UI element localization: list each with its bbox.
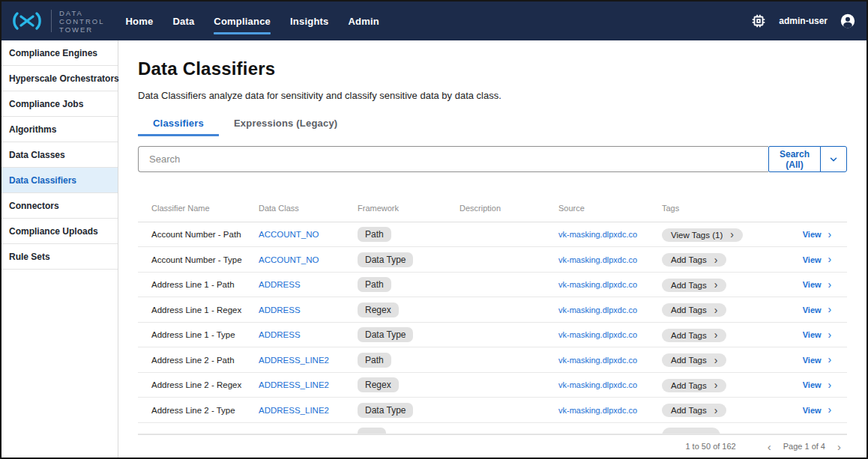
cell-data-class-link[interactable]: ACCOUNT_NO — [259, 255, 358, 264]
sidebar-item-connectors[interactable]: Connectors — [1, 193, 118, 219]
framework-chip: Path — [358, 227, 391, 242]
cell-framework: Regex — [358, 377, 459, 392]
tags-button-label: Add Tags — [671, 406, 707, 415]
row-range-label: 1 to 50 of 162 — [685, 442, 735, 451]
chevron-right-icon[interactable]: › — [836, 443, 843, 451]
table-row: Address Line 1 - RegexADDRESSRegexvk-mas… — [138, 297, 847, 323]
sidebar-item-data-classes[interactable]: Data Classes — [1, 142, 118, 168]
tags-button-label: Add Tags — [671, 381, 707, 390]
page-description: Data Classifiers analyze data for sensit… — [138, 90, 847, 101]
top-navigation: HomeDataComplianceInsightsAdmin — [125, 11, 379, 31]
chevron-right-icon: › — [714, 281, 718, 289]
logo-line: TOWER — [59, 25, 104, 34]
cell-data-class-link[interactable]: ADDRESS — [259, 330, 358, 339]
view-link[interactable]: View› — [803, 356, 832, 365]
view-link-label: View — [803, 356, 822, 365]
search-all-button[interactable]: Search (All) — [768, 146, 821, 172]
sidebar-item-hyperscale-orchestrators[interactable]: Hyperscale Orchestrators — [1, 66, 118, 91]
cell-source-link[interactable]: vk-masking.dlpxdc.co — [558, 330, 662, 339]
view-link[interactable]: View› — [803, 255, 832, 264]
cell-data-class-link[interactable]: ADDRESS_LINE2 — [259, 380, 358, 389]
cell-source-link[interactable]: vk-masking.dlpxdc.co — [558, 230, 662, 239]
tags-button[interactable]: Add Tags› — [662, 253, 726, 267]
framework-chip: Data Type — [358, 252, 413, 267]
view-link[interactable]: View› — [803, 380, 832, 389]
delphix-logo-icon — [10, 10, 43, 32]
cell-framework: Path — [358, 227, 459, 242]
tags-button[interactable]: Add Tags› — [662, 303, 726, 317]
table-row: Address Line 1 - PathADDRESSPathvk-maski… — [138, 273, 847, 298]
cell-tags: Add Tags› — [662, 278, 787, 292]
tab-expressions-legacy[interactable]: Expressions (Legacy) — [219, 113, 352, 136]
tags-button-label: Add Tags — [671, 281, 707, 290]
tags-button[interactable]: View Tags (1)› — [662, 228, 743, 242]
framework-chip: Path — [358, 277, 391, 292]
table-row: Address Line 1 - TypeADDRESSData Typevk-… — [138, 323, 847, 348]
tab-classifiers[interactable]: Classifiers — [138, 113, 219, 136]
sidebar-item-algorithms[interactable]: Algorithms — [1, 117, 118, 142]
cell-data-class-link[interactable]: ADDRESS — [259, 306, 358, 314]
nav-item-home[interactable]: Home — [125, 11, 153, 31]
sidebar-item-data-classifiers[interactable]: Data Classifiers — [1, 168, 118, 193]
tags-button[interactable] — [662, 428, 720, 434]
tags-button[interactable]: Add Tags› — [662, 329, 726, 342]
column-header-tags: Tags — [662, 204, 787, 213]
table-row: Address Line 2 - TypeADDRESS_LINE2Data T… — [138, 398, 847, 423]
cell-source-link[interactable]: vk-masking.dlpxdc.co — [558, 306, 662, 314]
cell-source-link[interactable]: vk-masking.dlpxdc.co — [558, 380, 662, 389]
column-header-data-class: Data Class — [259, 204, 358, 213]
cell-data-class-link[interactable]: ADDRESS — [259, 280, 358, 289]
account-circle-icon[interactable] — [840, 13, 856, 29]
cell-data-class-link[interactable]: ADDRESS_LINE2 — [259, 406, 358, 415]
chevron-right-icon: › — [828, 306, 832, 314]
cell-classifier-name: Address Line 2 - Type — [151, 406, 259, 415]
logo-divider — [51, 10, 52, 32]
cell-source-link[interactable]: vk-masking.dlpxdc.co — [558, 356, 662, 365]
nav-item-insights[interactable]: Insights — [290, 11, 328, 31]
cell-source-link[interactable]: vk-masking.dlpxdc.co — [558, 406, 662, 415]
cell-data-class-link[interactable]: ADDRESS_LINE2 — [259, 356, 358, 365]
cell-tags: Add Tags› — [662, 328, 787, 342]
cell-source-link[interactable]: vk-masking.dlpxdc.co — [558, 255, 662, 264]
framework-chip: Data Type — [358, 403, 413, 418]
view-link-label: View — [803, 380, 822, 389]
chevron-right-icon: › — [828, 356, 832, 364]
cell-framework: Data Type — [358, 327, 459, 342]
logo-wordmark: DATA CONTROL TOWER — [59, 9, 104, 34]
tags-button[interactable]: Add Tags› — [662, 404, 726, 417]
cell-classifier-name: Address Line 1 - Regex — [151, 306, 259, 314]
search-scope-dropdown[interactable] — [820, 146, 847, 172]
sidebar-item-compliance-uploads[interactable]: Compliance Uploads — [1, 219, 118, 244]
nav-item-data[interactable]: Data — [172, 11, 194, 31]
table-row: Account Number - PathACCOUNT_NOPathvk-ma… — [138, 222, 847, 248]
tags-button[interactable]: Add Tags› — [662, 353, 726, 367]
tags-button[interactable]: Add Tags› — [662, 279, 726, 292]
chevron-right-icon: › — [828, 255, 832, 264]
sidebar-item-compliance-jobs[interactable]: Compliance Jobs — [1, 91, 118, 117]
chevron-right-icon: › — [714, 306, 718, 314]
page-title: Data Classifiers — [138, 58, 847, 79]
view-link[interactable]: View› — [803, 230, 832, 239]
cell-source-link[interactable]: vk-masking.dlpxdc.co — [558, 280, 662, 289]
view-link[interactable]: View› — [803, 306, 832, 314]
tags-button[interactable]: Add Tags› — [662, 379, 726, 392]
cell-data-class-link[interactable]: ACCOUNT_NO — [259, 230, 358, 239]
nav-item-admin[interactable]: Admin — [348, 11, 379, 31]
cell-classifier-name: Address Line 1 - Path — [151, 280, 259, 289]
view-link[interactable]: View› — [803, 280, 832, 289]
sidebar-item-rule-sets[interactable]: Rule Sets — [1, 244, 118, 270]
view-link[interactable]: View› — [803, 330, 832, 339]
chevron-right-icon: › — [714, 331, 718, 339]
view-link-label: View — [803, 330, 822, 339]
sidebar-item-compliance-engines[interactable]: Compliance Engines — [1, 40, 118, 66]
search-input[interactable] — [138, 146, 768, 172]
chevron-right-icon: › — [828, 231, 832, 239]
nav-item-compliance[interactable]: Compliance — [214, 11, 271, 31]
username-label: admin-user — [779, 16, 828, 26]
view-link[interactable]: View› — [803, 406, 832, 415]
cell-classifier-name: Account Number - Path — [151, 230, 259, 239]
chip-icon[interactable] — [750, 13, 767, 29]
column-header-framework: Framework — [358, 204, 459, 213]
chevron-right-icon: › — [828, 331, 832, 339]
chevron-left-icon[interactable]: ‹ — [766, 443, 773, 451]
